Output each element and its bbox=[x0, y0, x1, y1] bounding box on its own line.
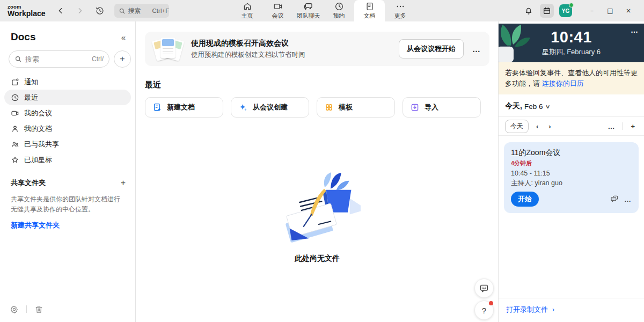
shared-folders-title: 共享文件夹 bbox=[11, 178, 46, 188]
meeting-countdown: 4分钟后 bbox=[511, 159, 632, 167]
recent-section-title: 最近 bbox=[145, 80, 498, 90]
open-recordings-link[interactable]: 打开录制文件 › bbox=[499, 298, 644, 322]
ellipsis-icon bbox=[396, 2, 405, 11]
chevron-down-icon: ∨ bbox=[545, 104, 551, 109]
calendar-icon bbox=[543, 6, 551, 15]
shared-folders-description: 共享文件夹是供你的团队针对文档进行无缝共享及协作的中心位置。 bbox=[11, 194, 126, 214]
window-close-button[interactable]: × bbox=[619, 0, 638, 21]
next-day-button[interactable]: › bbox=[546, 121, 553, 131]
document-icon bbox=[365, 2, 375, 11]
sidebar-item-shared-with-me[interactable]: 已与我共享 bbox=[4, 136, 131, 152]
feedback-smiley-icon bbox=[479, 283, 489, 293]
add-event-button[interactable]: + bbox=[628, 121, 638, 131]
clock-card-more-button[interactable]: … bbox=[631, 26, 639, 34]
calendar-panel: … 10:41 星期四, February 6 若要体验回复事件、查看他人的可用… bbox=[498, 21, 644, 322]
collapse-sidebar-button[interactable]: « bbox=[121, 33, 126, 42]
window-minimize-button[interactable]: – bbox=[583, 0, 601, 21]
banner-subtitle: 使用预构建的模板创建文档以节省时间 bbox=[191, 50, 399, 60]
templates-icon bbox=[324, 103, 334, 112]
new-shared-folder-link[interactable]: 新建共享文件夹 bbox=[11, 221, 60, 230]
sidebar-item-starred[interactable]: 已加星标 bbox=[4, 152, 131, 167]
notifications-button[interactable] bbox=[523, 5, 535, 17]
import-button[interactable]: 导入 bbox=[402, 97, 481, 118]
plant-illustration bbox=[499, 24, 532, 62]
global-search-input[interactable] bbox=[128, 7, 150, 14]
empty-state-illustration bbox=[274, 172, 361, 247]
tab-home[interactable]: 主页 bbox=[232, 0, 262, 21]
docs-search-input[interactable] bbox=[25, 55, 89, 63]
zoom-workplace-logo: zoom Workplace bbox=[8, 4, 46, 18]
connect-calendar-link[interactable]: 连接你的日历 bbox=[542, 79, 584, 87]
notification-icon bbox=[11, 78, 19, 86]
empty-state-text: 此处尚无文件 bbox=[295, 254, 340, 264]
meeting-chat-button[interactable] bbox=[610, 195, 619, 203]
new-document-button[interactable]: 新建文档 bbox=[145, 97, 223, 118]
start-meeting-button[interactable]: 开始 bbox=[511, 192, 539, 207]
trash-icon bbox=[34, 305, 43, 314]
back-button[interactable] bbox=[55, 5, 66, 16]
window-maximize-button[interactable]: □ bbox=[601, 0, 619, 21]
title-bar: zoom Workplace Ctrl+F 主页 会议 团队聊天 bbox=[0, 0, 644, 21]
forward-button[interactable] bbox=[75, 5, 85, 16]
import-icon bbox=[410, 103, 420, 112]
home-icon bbox=[243, 2, 252, 11]
banner-more-button[interactable]: … bbox=[472, 45, 481, 54]
question-icon: ? bbox=[482, 306, 486, 315]
settings-button[interactable] bbox=[9, 304, 20, 315]
tab-bookings[interactable]: 预约 bbox=[324, 0, 354, 21]
new-doc-plus-button[interactable]: + bbox=[114, 50, 131, 68]
tab-docs[interactable]: 文档 bbox=[354, 0, 385, 21]
banner-title: 使用现成的模板召开高效会议 bbox=[191, 39, 399, 48]
main-nav-tabs: 主页 会议 团队聊天 预约 文档 更多 bbox=[232, 0, 415, 21]
feedback-button[interactable] bbox=[474, 279, 494, 298]
search-icon bbox=[119, 8, 126, 14]
calendar-toolbar: 今天 ‹ › … + bbox=[499, 117, 644, 135]
sidebar-title: Docs bbox=[11, 31, 35, 43]
docs-search-shortcut: Ctrl/ bbox=[92, 55, 104, 63]
video-camera-icon bbox=[11, 109, 19, 118]
chevron-right-icon: › bbox=[552, 306, 554, 313]
help-button[interactable]: ? bbox=[474, 301, 494, 320]
sidebar-item-my-meetings[interactable]: 我的会议 bbox=[4, 105, 131, 121]
video-camera-icon bbox=[273, 2, 283, 11]
people-icon bbox=[11, 140, 19, 149]
meeting-title: 11的Zoom会议 bbox=[511, 148, 632, 158]
meeting-host: 主持人: yiran guo bbox=[511, 179, 632, 188]
meeting-more-button[interactable]: … bbox=[624, 195, 632, 203]
date-selector[interactable]: 今天, Feb 6 ∨ bbox=[499, 94, 644, 116]
meeting-card[interactable]: 11的Zoom会议 4分钟后 10:45 - 11:15 主持人: yiran … bbox=[504, 142, 639, 213]
create-from-meeting-button[interactable]: 从会议创建 bbox=[231, 97, 309, 118]
clock-icon bbox=[334, 2, 344, 11]
sidebar-item-my-docs[interactable]: 我的文档 bbox=[4, 121, 131, 136]
today-button[interactable]: 今天 bbox=[505, 120, 529, 133]
add-shared-folder-button[interactable]: + bbox=[121, 178, 126, 188]
docs-search[interactable]: Ctrl/ bbox=[9, 50, 109, 68]
calendar-panel-toggle[interactable] bbox=[540, 4, 554, 18]
tab-team-chat[interactable]: 团队聊天 bbox=[293, 0, 324, 21]
history-icon bbox=[95, 6, 105, 16]
prev-day-button[interactable]: ‹ bbox=[534, 121, 541, 131]
sidebar-item-notifications[interactable]: 通知 bbox=[4, 74, 131, 90]
user-avatar[interactable]: YG bbox=[559, 4, 572, 17]
calendar-more-button[interactable]: … bbox=[605, 121, 617, 131]
history-button[interactable] bbox=[94, 5, 106, 17]
search-icon bbox=[14, 55, 22, 63]
meeting-time-range: 10:45 - 11:15 bbox=[511, 170, 632, 177]
global-search[interactable]: Ctrl+F bbox=[114, 4, 169, 18]
templates-button[interactable]: 模板 bbox=[317, 97, 395, 118]
star-icon bbox=[11, 156, 19, 164]
bell-icon bbox=[524, 6, 533, 16]
start-from-agenda-button[interactable]: 从会议议程开始 bbox=[399, 39, 464, 58]
chat-bubbles-icon bbox=[304, 2, 313, 11]
divider bbox=[499, 135, 644, 136]
quick-actions: 新建文档 从会议创建 模板 导入 bbox=[145, 97, 489, 118]
sidebar-item-recent[interactable]: 最近 bbox=[4, 90, 131, 105]
search-shortcut-hint: Ctrl+F bbox=[152, 8, 170, 14]
chevron-left-icon bbox=[56, 6, 65, 15]
chat-bubbles-icon bbox=[610, 195, 619, 203]
tab-more[interactable]: 更多 bbox=[385, 0, 415, 21]
trash-button[interactable] bbox=[33, 304, 45, 315]
clock-icon bbox=[11, 93, 19, 102]
new-document-icon bbox=[152, 103, 162, 112]
tab-meetings[interactable]: 会议 bbox=[262, 0, 293, 21]
